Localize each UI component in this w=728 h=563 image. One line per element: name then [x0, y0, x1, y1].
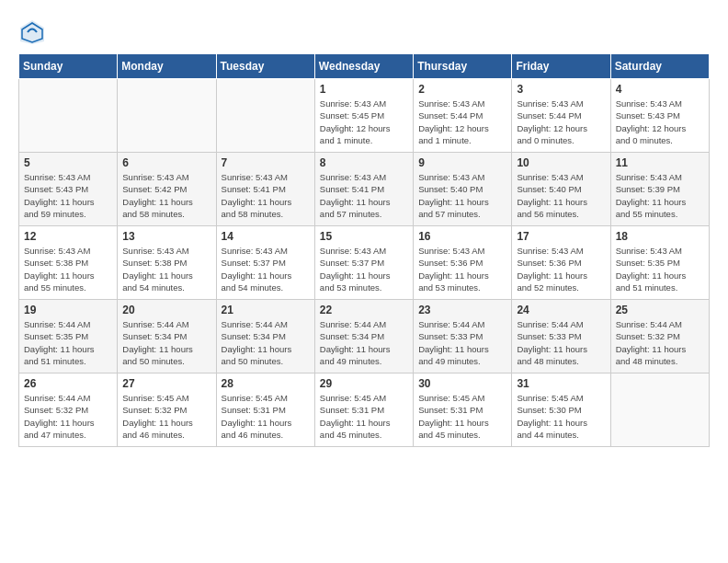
day-number: 27 [122, 377, 210, 390]
calendar-cell: 14Sunrise: 5:43 AM Sunset: 5:37 PM Dayli… [216, 226, 314, 300]
calendar-cell: 18Sunrise: 5:43 AM Sunset: 5:35 PM Dayli… [610, 226, 709, 300]
day-number: 2 [418, 83, 506, 96]
calendar-week-5: 26Sunrise: 5:44 AM Sunset: 5:32 PM Dayli… [19, 373, 710, 447]
day-number: 21 [222, 304, 310, 316]
weekday-header-monday: Monday [118, 54, 216, 79]
calendar-cell: 23Sunrise: 5:44 AM Sunset: 5:33 PM Dayli… [414, 300, 512, 373]
page-header [18, 18, 710, 46]
cell-info: Sunrise: 5:43 AM Sunset: 5:36 PM Dayligh… [418, 245, 506, 293]
calendar-cell: 10Sunrise: 5:43 AM Sunset: 5:40 PM Dayli… [512, 153, 610, 226]
calendar-cell: 5Sunrise: 5:43 AM Sunset: 5:43 PM Daylig… [19, 153, 118, 226]
day-number: 7 [222, 156, 310, 169]
cell-info: Sunrise: 5:43 AM Sunset: 5:39 PM Dayligh… [616, 171, 704, 220]
cell-info: Sunrise: 5:43 AM Sunset: 5:43 PM Dayligh… [24, 171, 112, 220]
logo-icon [18, 18, 46, 46]
calendar-week-2: 5Sunrise: 5:43 AM Sunset: 5:43 PM Daylig… [19, 153, 710, 226]
weekday-header-tuesday: Tuesday [216, 54, 314, 79]
cell-info: Sunrise: 5:45 AM Sunset: 5:32 PM Dayligh… [122, 392, 210, 441]
day-number: 10 [517, 156, 605, 169]
svg-marker-0 [20, 20, 44, 44]
calendar-cell: 20Sunrise: 5:44 AM Sunset: 5:34 PM Dayli… [118, 300, 216, 373]
weekday-header-saturday: Saturday [610, 54, 709, 79]
calendar-cell: 31Sunrise: 5:45 AM Sunset: 5:30 PM Dayli… [512, 373, 610, 447]
calendar-cell: 16Sunrise: 5:43 AM Sunset: 5:36 PM Dayli… [414, 226, 512, 300]
cell-info: Sunrise: 5:44 AM Sunset: 5:32 PM Dayligh… [24, 392, 112, 441]
cell-info: Sunrise: 5:45 AM Sunset: 5:31 PM Dayligh… [222, 392, 310, 441]
calendar-cell: 6Sunrise: 5:43 AM Sunset: 5:42 PM Daylig… [118, 153, 216, 226]
calendar-cell: 17Sunrise: 5:43 AM Sunset: 5:36 PM Dayli… [512, 226, 610, 300]
cell-info: Sunrise: 5:43 AM Sunset: 5:37 PM Dayligh… [320, 245, 408, 293]
day-number: 25 [616, 304, 704, 316]
day-number: 8 [320, 156, 408, 169]
day-number: 9 [418, 156, 506, 169]
calendar-week-1: 1Sunrise: 5:43 AM Sunset: 5:45 PM Daylig… [19, 79, 710, 153]
day-number: 29 [320, 377, 408, 390]
day-number: 17 [517, 230, 605, 243]
calendar-table: SundayMondayTuesdayWednesdayThursdayFrid… [18, 53, 710, 447]
day-number: 22 [320, 304, 408, 316]
calendar-cell: 8Sunrise: 5:43 AM Sunset: 5:41 PM Daylig… [314, 153, 413, 226]
cell-info: Sunrise: 5:43 AM Sunset: 5:40 PM Dayligh… [418, 171, 506, 220]
calendar-week-4: 19Sunrise: 5:44 AM Sunset: 5:35 PM Dayli… [19, 300, 710, 373]
weekday-header-wednesday: Wednesday [314, 54, 413, 79]
calendar-cell: 28Sunrise: 5:45 AM Sunset: 5:31 PM Dayli… [216, 373, 314, 447]
calendar-cell: 29Sunrise: 5:45 AM Sunset: 5:31 PM Dayli… [314, 373, 413, 447]
cell-info: Sunrise: 5:45 AM Sunset: 5:30 PM Dayligh… [517, 392, 605, 441]
day-number: 12 [24, 230, 112, 243]
weekday-header-thursday: Thursday [414, 54, 512, 79]
day-number: 19 [24, 304, 112, 316]
day-number: 15 [320, 230, 408, 243]
day-number: 6 [122, 156, 210, 169]
calendar-cell: 22Sunrise: 5:44 AM Sunset: 5:34 PM Dayli… [314, 300, 413, 373]
calendar-cell: 13Sunrise: 5:43 AM Sunset: 5:38 PM Dayli… [118, 226, 216, 300]
cell-info: Sunrise: 5:44 AM Sunset: 5:34 PM Dayligh… [320, 318, 408, 367]
cell-info: Sunrise: 5:43 AM Sunset: 5:42 PM Dayligh… [122, 171, 210, 220]
weekday-header-row: SundayMondayTuesdayWednesdayThursdayFrid… [19, 54, 710, 79]
day-number: 18 [616, 230, 704, 243]
calendar-cell: 19Sunrise: 5:44 AM Sunset: 5:35 PM Dayli… [19, 300, 118, 373]
day-number: 31 [517, 377, 605, 390]
cell-info: Sunrise: 5:43 AM Sunset: 5:44 PM Dayligh… [418, 98, 506, 146]
cell-info: Sunrise: 5:43 AM Sunset: 5:41 PM Dayligh… [320, 171, 408, 220]
cell-info: Sunrise: 5:45 AM Sunset: 5:31 PM Dayligh… [418, 392, 506, 441]
cell-info: Sunrise: 5:43 AM Sunset: 5:35 PM Dayligh… [616, 245, 704, 293]
day-number: 26 [24, 377, 112, 390]
cell-info: Sunrise: 5:43 AM Sunset: 5:36 PM Dayligh… [517, 245, 605, 293]
calendar-cell: 15Sunrise: 5:43 AM Sunset: 5:37 PM Dayli… [314, 226, 413, 300]
day-number: 20 [122, 304, 210, 316]
cell-info: Sunrise: 5:44 AM Sunset: 5:32 PM Dayligh… [616, 318, 704, 367]
calendar-cell: 25Sunrise: 5:44 AM Sunset: 5:32 PM Dayli… [610, 300, 709, 373]
calendar-cell: 1Sunrise: 5:43 AM Sunset: 5:45 PM Daylig… [314, 79, 413, 153]
day-number: 4 [616, 83, 704, 96]
calendar-cell: 2Sunrise: 5:43 AM Sunset: 5:44 PM Daylig… [414, 79, 512, 153]
cell-info: Sunrise: 5:43 AM Sunset: 5:41 PM Dayligh… [222, 171, 310, 220]
cell-info: Sunrise: 5:44 AM Sunset: 5:34 PM Dayligh… [122, 318, 210, 367]
day-number: 23 [418, 304, 506, 316]
calendar-cell [610, 373, 709, 447]
day-number: 13 [122, 230, 210, 243]
cell-info: Sunrise: 5:43 AM Sunset: 5:43 PM Dayligh… [616, 98, 704, 146]
calendar-cell: 21Sunrise: 5:44 AM Sunset: 5:34 PM Dayli… [216, 300, 314, 373]
calendar-cell: 11Sunrise: 5:43 AM Sunset: 5:39 PM Dayli… [610, 153, 709, 226]
weekday-header-sunday: Sunday [19, 54, 118, 79]
cell-info: Sunrise: 5:43 AM Sunset: 5:38 PM Dayligh… [24, 245, 112, 293]
day-number: 5 [24, 156, 112, 169]
day-number: 30 [418, 377, 506, 390]
calendar-cell: 26Sunrise: 5:44 AM Sunset: 5:32 PM Dayli… [19, 373, 118, 447]
day-number: 3 [517, 83, 605, 96]
cell-info: Sunrise: 5:44 AM Sunset: 5:34 PM Dayligh… [222, 318, 310, 367]
day-number: 11 [616, 156, 704, 169]
cell-info: Sunrise: 5:43 AM Sunset: 5:44 PM Dayligh… [517, 98, 605, 146]
calendar-cell: 3Sunrise: 5:43 AM Sunset: 5:44 PM Daylig… [512, 79, 610, 153]
calendar-cell: 4Sunrise: 5:43 AM Sunset: 5:43 PM Daylig… [610, 79, 709, 153]
day-number: 14 [222, 230, 310, 243]
logo [18, 18, 50, 46]
cell-info: Sunrise: 5:43 AM Sunset: 5:40 PM Dayligh… [517, 171, 605, 220]
weekday-header-friday: Friday [512, 54, 610, 79]
cell-info: Sunrise: 5:43 AM Sunset: 5:45 PM Dayligh… [320, 98, 408, 146]
day-number: 24 [517, 304, 605, 316]
day-number: 1 [320, 83, 408, 96]
calendar-week-3: 12Sunrise: 5:43 AM Sunset: 5:38 PM Dayli… [19, 226, 710, 300]
calendar-cell [216, 79, 314, 153]
calendar-cell: 24Sunrise: 5:44 AM Sunset: 5:33 PM Dayli… [512, 300, 610, 373]
